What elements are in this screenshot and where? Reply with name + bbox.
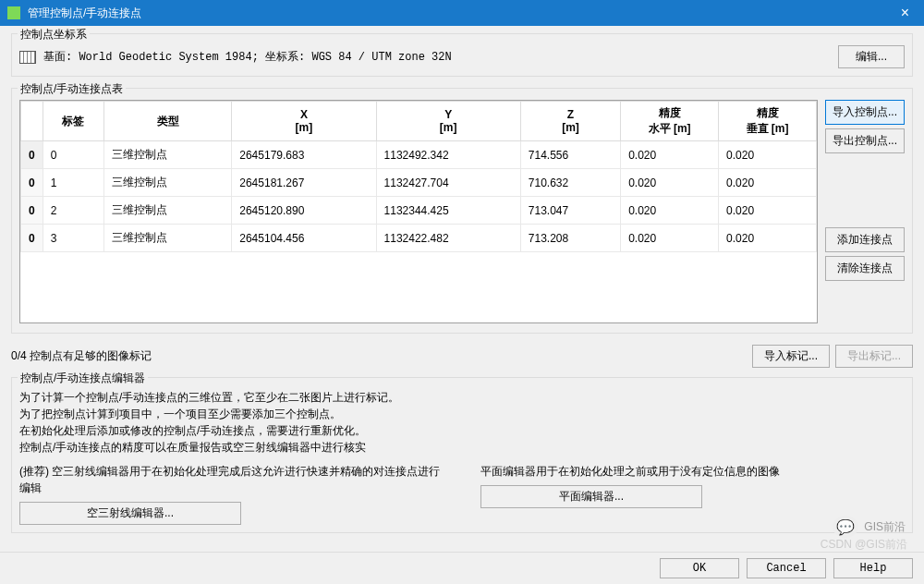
col-z[interactable]: Z[m] xyxy=(520,102,620,141)
import-control-points-button[interactable]: 导入控制点... xyxy=(825,100,905,125)
control-point-table[interactable]: 标签 类型 X[m] Y[m] Z[m] 精度水平 [m] 精度垂直 [m] 0… xyxy=(19,100,818,323)
cancel-button[interactable]: Cancel xyxy=(747,558,826,578)
close-icon[interactable]: × xyxy=(894,5,917,21)
table-group: 控制点/手动连接点表 标签 类型 X[m] Y[m] Z[m] 精度水平 [m]… xyxy=(11,88,913,334)
crs-group: 控制点坐标系 基面: World Geodetic System 1984; 坐… xyxy=(11,33,913,77)
watermark-sub: CSDN @GIS前沿 xyxy=(821,537,907,553)
clear-tie-points-button[interactable]: 清除连接点 xyxy=(825,256,905,281)
table-row[interactable]: 01三维控制点2645181.2671132427.704710.6320.02… xyxy=(21,169,817,197)
add-tie-point-button[interactable]: 添加连接点 xyxy=(825,227,905,252)
help-button[interactable]: Help xyxy=(833,558,913,578)
planar-editor-button[interactable]: 平面编辑器... xyxy=(480,485,702,508)
app-icon xyxy=(7,6,20,19)
import-marks-button[interactable]: 导入标记... xyxy=(752,345,830,368)
watermark: 💬 GIS前沿 xyxy=(833,516,906,538)
dialog-footer: OK Cancel Help xyxy=(0,552,924,584)
editor-group: 控制点/手动连接点编辑器 为了计算一个控制点/手动连接点的三维位置，它至少在二张… xyxy=(11,377,913,533)
editor-help-text: 为了计算一个控制点/手动连接点的三维位置，它至少在二张图片上进行标记。 为了把控… xyxy=(19,389,905,456)
grid-icon xyxy=(19,51,36,64)
export-control-points-button[interactable]: 导出控制点... xyxy=(825,128,905,153)
table-header-row: 标签 类型 X[m] Y[m] Z[m] 精度水平 [m] 精度垂直 [m] xyxy=(21,102,817,141)
title-bar: 管理控制点/手动连接点 × xyxy=(0,0,924,26)
table-row[interactable]: 02三维控制点2645120.8901132344.425713.0470.02… xyxy=(21,197,817,225)
table-row[interactable]: 00三维控制点2645179.6831132492.342714.5560.02… xyxy=(21,141,817,169)
table-row[interactable]: 03三维控制点2645104.4561132422.482713.2080.02… xyxy=(21,225,817,252)
crs-group-label: 控制点坐标系 xyxy=(18,27,90,43)
ray-editor-description: (推荐) 空三射线编辑器用于在初始化处理完成后这允许进行快速并精确的对连接点进行… xyxy=(19,463,444,496)
dialog-title: 管理控制点/手动连接点 xyxy=(28,6,894,21)
export-marks-button: 导出标记... xyxy=(835,345,913,368)
col-y[interactable]: Y[m] xyxy=(376,102,520,141)
col-type[interactable]: 类型 xyxy=(104,102,232,141)
planar-editor-description: 平面编辑器用于在初始化处理之前或用于没有定位信息的图像 xyxy=(480,463,905,480)
ray-editor-button[interactable]: 空三射线编辑器... xyxy=(19,502,241,525)
wechat-icon: 💬 xyxy=(833,516,858,538)
col-x[interactable]: X[m] xyxy=(232,102,376,141)
ok-button[interactable]: OK xyxy=(660,558,739,578)
marker-status-text: 0/4 控制点有足够的图像标记 xyxy=(11,348,747,364)
table-group-label: 控制点/手动连接点表 xyxy=(18,81,126,97)
col-accuracy-h[interactable]: 精度水平 [m] xyxy=(621,102,719,141)
col-tag[interactable]: 标签 xyxy=(43,102,103,141)
col-accuracy-v[interactable]: 精度垂直 [m] xyxy=(719,102,817,141)
crs-text: 基面: World Geodetic System 1984; 坐标系: WGS… xyxy=(43,49,831,65)
edit-crs-button[interactable]: 编辑... xyxy=(838,45,905,68)
marker-status-row: 0/4 控制点有足够的图像标记 导入标记... 导出标记... xyxy=(11,345,913,368)
editor-group-label: 控制点/手动连接点编辑器 xyxy=(18,371,148,386)
